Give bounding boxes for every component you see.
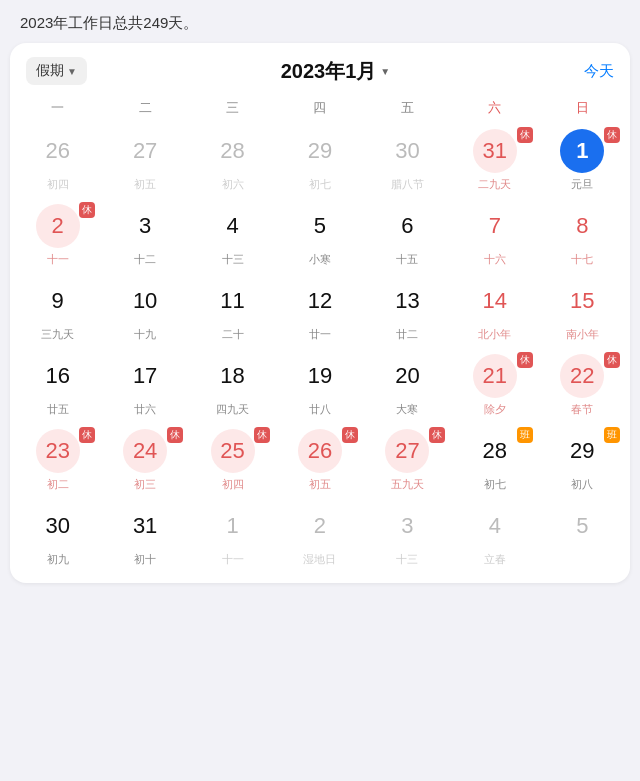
day-cell[interactable]: 1十一 — [189, 500, 276, 573]
day-number-wrap: 17 — [123, 354, 167, 398]
month-chevron-icon: ▼ — [380, 66, 390, 77]
day-cell[interactable]: 班28初七 — [451, 425, 538, 498]
day-lunar: 十一 — [47, 252, 69, 267]
day-cell[interactable]: 8十七 — [539, 200, 626, 273]
day-lunar: 十三 — [396, 552, 418, 567]
holiday-badge: 休 — [79, 427, 95, 443]
day-cell[interactable]: 28初六 — [189, 125, 276, 198]
day-number: 3 — [139, 213, 151, 239]
day-number: 2 — [314, 513, 326, 539]
day-cell[interactable]: 休27五九天 — [364, 425, 451, 498]
today-circle: 1 — [560, 129, 604, 173]
day-cell[interactable]: 18四九天 — [189, 350, 276, 423]
day-cell[interactable]: 4立春 — [451, 500, 538, 573]
day-cell[interactable]: 27初五 — [101, 125, 188, 198]
day-cell[interactable]: 10十九 — [101, 275, 188, 348]
day-number-wrap: 20 — [385, 354, 429, 398]
day-number: 30 — [45, 513, 69, 539]
day-number: 17 — [133, 363, 157, 389]
day-cell[interactable]: 14北小年 — [451, 275, 538, 348]
day-number: 21 — [483, 363, 507, 389]
day-number: 10 — [133, 288, 157, 314]
weekday-cell: 四 — [276, 95, 363, 121]
day-cell[interactable]: 休26初五 — [276, 425, 363, 498]
day-number: 8 — [576, 213, 588, 239]
day-cell[interactable]: 3十二 — [101, 200, 188, 273]
day-number-wrap: 29 — [560, 429, 604, 473]
day-cell[interactable]: 2湿地日 — [276, 500, 363, 573]
day-number: 27 — [395, 438, 419, 464]
day-number: 12 — [308, 288, 332, 314]
day-cell[interactable]: 19廿八 — [276, 350, 363, 423]
holiday-bg: 24 — [123, 429, 167, 473]
day-lunar: 初十 — [134, 552, 156, 567]
day-number-wrap: 5 — [298, 204, 342, 248]
day-number-wrap: 10 — [123, 279, 167, 323]
day-cell[interactable]: 休2十一 — [14, 200, 101, 273]
today-label: 今天 — [584, 62, 614, 79]
day-number-wrap: 3 — [385, 504, 429, 548]
jiaqi-button[interactable]: 假期 ▼ — [26, 57, 87, 85]
day-lunar: 十一 — [222, 552, 244, 567]
day-cell[interactable]: 休22春节 — [539, 350, 626, 423]
day-cell[interactable]: 5 — [539, 500, 626, 573]
day-cell[interactable]: 3十三 — [364, 500, 451, 573]
day-cell[interactable]: 20大寒 — [364, 350, 451, 423]
day-cell[interactable]: 30腊八节 — [364, 125, 451, 198]
day-number-wrap: 6 — [385, 204, 429, 248]
holiday-bg: 21 — [473, 354, 517, 398]
day-cell[interactable]: 29初七 — [276, 125, 363, 198]
day-lunar: 十三 — [222, 252, 244, 267]
month-title[interactable]: 2023年1月 ▼ — [281, 58, 391, 85]
day-cell[interactable]: 26初四 — [14, 125, 101, 198]
day-number: 4 — [226, 213, 238, 239]
day-lunar: 十七 — [571, 252, 593, 267]
day-number: 15 — [570, 288, 594, 314]
day-number: 9 — [52, 288, 64, 314]
day-cell[interactable]: 17廿六 — [101, 350, 188, 423]
day-lunar: 十六 — [484, 252, 506, 267]
day-cell[interactable]: 4十三 — [189, 200, 276, 273]
day-number: 22 — [570, 363, 594, 389]
day-cell[interactable]: 30初九 — [14, 500, 101, 573]
day-number: 5 — [314, 213, 326, 239]
day-cell[interactable]: 13廿二 — [364, 275, 451, 348]
calendar-header: 假期 ▼ 2023年1月 ▼ 今天 — [10, 43, 630, 95]
day-cell[interactable]: 31初十 — [101, 500, 188, 573]
day-number-wrap: 1 — [211, 504, 255, 548]
day-cell[interactable]: 15南小年 — [539, 275, 626, 348]
day-lunar: 初四 — [222, 477, 244, 492]
day-cell[interactable]: 休23初二 — [14, 425, 101, 498]
day-cell[interactable]: 休25初四 — [189, 425, 276, 498]
day-cell[interactable]: 11二十 — [189, 275, 276, 348]
month-title-text: 2023年1月 — [281, 58, 377, 85]
day-cell[interactable]: 12廿一 — [276, 275, 363, 348]
day-lunar: 初六 — [222, 177, 244, 192]
day-cell[interactable]: 班29初八 — [539, 425, 626, 498]
day-number: 28 — [483, 438, 507, 464]
day-cell[interactable]: 9三九天 — [14, 275, 101, 348]
day-number: 31 — [133, 513, 157, 539]
day-number-wrap: 14 — [473, 279, 517, 323]
day-lunar: 十五 — [396, 252, 418, 267]
holiday-bg: 31 — [473, 129, 517, 173]
day-number-wrap: 8 — [560, 204, 604, 248]
day-cell[interactable]: 6十五 — [364, 200, 451, 273]
day-cell[interactable]: 休21除夕 — [451, 350, 538, 423]
day-cell[interactable]: 7十六 — [451, 200, 538, 273]
day-lunar: 初七 — [484, 477, 506, 492]
day-number-wrap: 31 — [123, 504, 167, 548]
weekday-cell: 一 — [14, 95, 101, 121]
day-lunar: 腊八节 — [391, 177, 424, 192]
day-cell[interactable]: 休24初三 — [101, 425, 188, 498]
day-cell[interactable]: 16廿五 — [14, 350, 101, 423]
day-lunar: 南小年 — [566, 327, 599, 342]
day-number-wrap: 7 — [473, 204, 517, 248]
today-button[interactable]: 今天 — [584, 62, 614, 81]
day-cell[interactable]: 5小寒 — [276, 200, 363, 273]
jiaqi-label: 假期 — [36, 62, 64, 80]
day-cell[interactable]: 休31二九天 — [451, 125, 538, 198]
day-lunar: 廿六 — [134, 402, 156, 417]
day-number: 27 — [133, 138, 157, 164]
day-cell[interactable]: 休1元旦 — [539, 125, 626, 198]
